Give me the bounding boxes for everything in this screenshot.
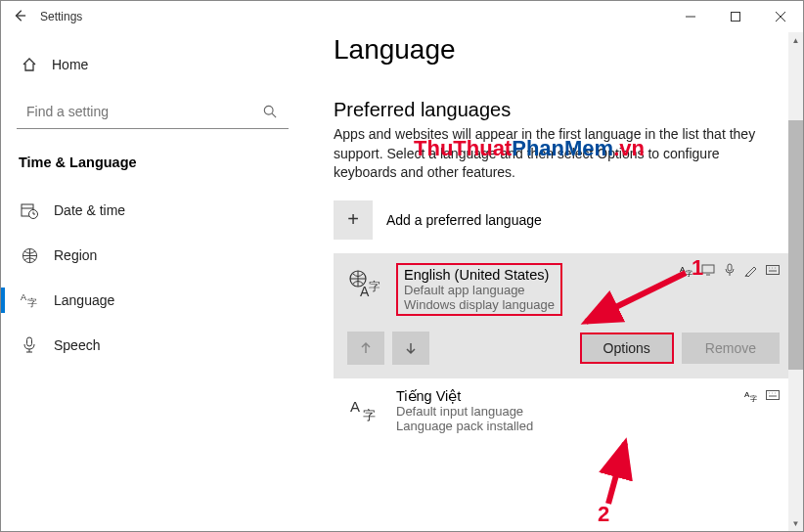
language-subtitle: Windows display language: [404, 297, 555, 312]
nav-home-label: Home: [52, 57, 88, 72]
annotation-highlight-1: English (United States) Default app lang…: [396, 263, 562, 316]
back-button[interactable]: [13, 9, 26, 25]
language-name: Tiếng Việt: [396, 388, 780, 404]
svg-text:字: 字: [363, 408, 376, 422]
svg-rect-7: [27, 337, 32, 346]
handwriting-icon: [744, 263, 758, 280]
move-up-button[interactable]: [347, 332, 384, 365]
language-glyph-icon: A字: [347, 267, 380, 300]
close-button[interactable]: [758, 1, 803, 32]
search-input[interactable]: [26, 104, 253, 119]
nav-region[interactable]: Region: [17, 237, 289, 274]
plus-icon: +: [334, 200, 373, 240]
tts-icon: A字: [680, 263, 693, 280]
scroll-up-arrow[interactable]: ▲: [788, 32, 803, 48]
page-title: Language: [334, 34, 774, 66]
window-controls: [668, 1, 803, 32]
svg-rect-13: [702, 265, 714, 273]
titlebar: Settings: [1, 1, 803, 32]
calendar-clock-icon: [21, 201, 38, 219]
scroll-thumb[interactable]: [788, 120, 803, 370]
svg-rect-20: [767, 390, 780, 399]
scroll-down-arrow[interactable]: ▼: [788, 515, 803, 531]
tts-icon: A字: [744, 388, 758, 405]
svg-text:字: 字: [27, 297, 37, 308]
language-subtitle: Default app language: [404, 283, 555, 297]
language-subtitle: Default input language: [396, 404, 780, 419]
nav-language[interactable]: A字 Language: [17, 282, 289, 319]
remove-button[interactable]: Remove: [682, 332, 780, 364]
minimize-button[interactable]: [668, 1, 713, 32]
microphone-icon: [21, 336, 38, 354]
nav-item-label: Speech: [54, 337, 100, 353]
content-area: Language Preferred languages ThuThuatPha…: [304, 32, 803, 531]
svg-point-1: [264, 106, 273, 114]
sidebar: Home Time & Language Date & time Region …: [1, 32, 304, 531]
nav-item-label: Language: [54, 292, 114, 308]
globe-icon: [21, 246, 38, 264]
svg-rect-0: [732, 13, 740, 22]
nav-date-time[interactable]: Date & time: [17, 192, 289, 229]
window-title: Settings: [40, 10, 82, 23]
svg-text:A: A: [350, 398, 360, 415]
display-icon: [701, 263, 715, 280]
language-feature-icons: A字: [744, 388, 780, 405]
scrollbar[interactable]: ▲ ▼: [788, 32, 803, 531]
nav-item-label: Region: [54, 247, 97, 263]
nav-item-label: Date & time: [54, 202, 125, 218]
language-feature-icons: A字: [680, 263, 780, 280]
svg-rect-15: [767, 265, 780, 274]
annotation-arrow-2: [594, 433, 643, 511]
language-card-vietnamese[interactable]: A字 Tiếng Việt Default input language Lan…: [334, 382, 793, 439]
nav-speech[interactable]: Speech: [17, 327, 289, 364]
svg-text:A: A: [21, 292, 26, 302]
language-card-english[interactable]: A字 English (United States) Default app l…: [334, 253, 793, 378]
maximize-button[interactable]: [713, 1, 758, 32]
preferred-languages-description: Apps and websites will appear in the fir…: [334, 125, 774, 183]
svg-text:字: 字: [369, 280, 380, 293]
language-subtitle: Language pack installed: [396, 419, 780, 433]
search-box[interactable]: [17, 95, 289, 129]
language-name: English (United States): [404, 267, 555, 283]
svg-text:字: 字: [686, 270, 692, 277]
nav-home[interactable]: Home: [17, 50, 289, 79]
language-icon: A字: [21, 291, 38, 309]
svg-text:字: 字: [750, 395, 757, 402]
preferred-languages-heading: Preferred languages: [334, 99, 774, 121]
annotation-label-2: 2: [598, 502, 609, 527]
options-button[interactable]: Options: [580, 332, 674, 364]
add-language-label: Add a preferred language: [386, 212, 542, 228]
svg-rect-14: [728, 264, 732, 271]
sidebar-section-heading: Time & Language: [17, 155, 289, 170]
keyboard-icon: [766, 388, 780, 405]
keyboard-icon: [766, 263, 780, 280]
speech-icon: [723, 263, 737, 280]
move-down-button[interactable]: [392, 332, 429, 365]
language-glyph-icon: A字: [347, 392, 380, 425]
home-icon: [21, 56, 38, 73]
search-icon: [261, 103, 279, 120]
add-language-button[interactable]: + Add a preferred language: [334, 200, 774, 240]
